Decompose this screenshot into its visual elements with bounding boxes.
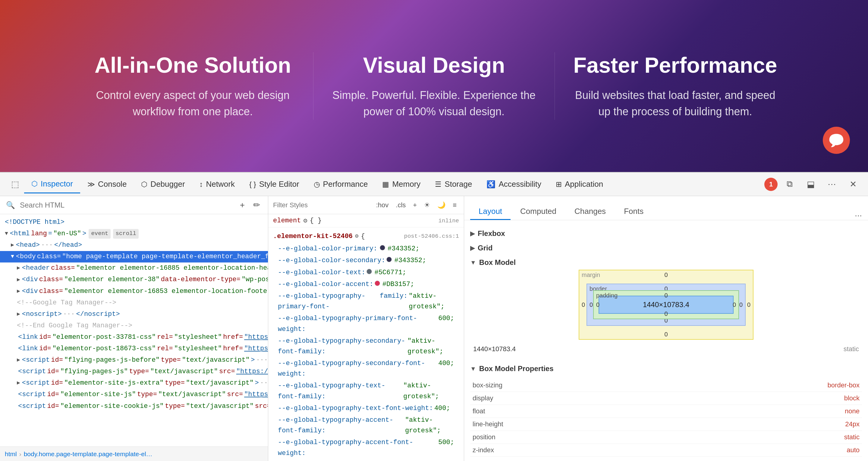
html-div-wppost-line[interactable]: ▶ <div class="elementor elementor-38" da… [0,274,268,285]
add-rule-button[interactable]: + [410,200,419,210]
html-gtm-comment: <!--Google Tag Manager--> [0,297,268,309]
tab-debugger[interactable]: ⬡ Debugger [134,175,192,193]
tab-accessibility[interactable]: ♿ Accessibility [479,175,549,193]
grid-section-header[interactable]: ▶ Grid [470,241,862,255]
performance-icon: ◷ [314,180,320,189]
html-link-css1[interactable]: <link id="elementor-post-33781-css" rel=… [0,332,268,343]
split-console-button[interactable]: ⬓ [802,175,820,193]
html-content[interactable]: <!DOCTYPE html> ▼ <html lang="en-US"> ev… [0,214,268,446]
html-doctype-line: <!DOCTYPE html> [0,217,268,228]
tab-fonts[interactable]: Fonts [615,204,652,220]
storage-icon: ☰ [435,180,441,189]
html-breadcrumb: html › body.home.page-template.page-temp… [0,446,268,461]
pseudo-hov-button[interactable]: :hov [374,200,391,210]
right-panel: Layout Computed Changes Fonts ⋯ ▶ Flexbo… [464,196,868,461]
box-model-prop-row: z-index auto [470,444,862,457]
box-model-props-label: Box Model Properties [479,365,554,373]
html-header-line[interactable]: ▶ <header class="elementor elementor-168… [0,262,268,274]
tab-changes[interactable]: Changes [566,204,614,220]
accessibility-icon: ♿ [487,180,495,189]
close-devtools-button[interactable]: ✕ [844,175,862,193]
css-prop-typo-accent-weight: --e-global-typography-accent-font-weight… [268,437,464,459]
site-col-1: All-in-One Solution Control every aspect… [72,52,313,120]
css-filter-input[interactable] [273,201,370,209]
breadcrumb-body[interactable]: body.home.page-template.page-template-el… [24,451,153,458]
error-badge: 1 [764,178,778,191]
pick-element-button[interactable]: ✏ [251,198,262,212]
css-prop-typo-secondary-weight: --e-global-typography-secondary-font-wei… [268,357,464,380]
bm-position-display: static [844,345,859,353]
box-model-section-header[interactable]: ▼ Box Model [470,255,862,270]
tab-application[interactable]: ⊞ Application [549,175,610,193]
css-prop-typo-primary-weight: --e-global-typography-primary-font-weigh… [268,313,464,335]
html-script-sitejs[interactable]: <script id="elementor-site-js" type="tex… [0,389,268,400]
col3-title: Faster Performance [573,52,778,78]
light-mode-button[interactable]: ☀ [422,200,433,210]
col1-title: All-in-One Solution [90,52,295,78]
tab-network[interactable]: ↕ Network [192,175,242,193]
memory-icon: ▦ [382,180,389,189]
bm-content-size: 1440×10783.4 [643,300,689,309]
breadcrumb-html[interactable]: html [5,451,17,458]
html-script-cookie[interactable]: <script id="elementor-site-cookie-js" ty… [0,401,268,412]
css-rules-content[interactable]: .elementor-kit-52406 ⚙ { post-52406.css:… [268,228,464,461]
tab-performance[interactable]: ◷ Performance [307,175,375,193]
css-prop-typo-secondary-family: --e-global-typography-secondary-font-fam… [268,335,464,357]
pseudo-cls-button[interactable]: .cls [393,200,408,210]
element-picker-button[interactable]: ⬚ [6,175,24,193]
tab-memory[interactable]: ▦ Memory [375,175,428,193]
tab-computed[interactable]: Computed [512,204,565,220]
devtools-main: 🔍 + ✏ <!DOCTYPE html> ▼ <html lang="en-U… [0,196,868,461]
html-body-line[interactable]: ▼ <body class="home page-template page-t… [0,251,268,262]
right-panel-tabs: Layout Computed Changes Fonts ⋯ [464,196,868,220]
bm-padding-box: padding 0 0 0 0 1440×10783.4 [593,290,739,319]
css-panel: :hov .cls + ☀ 🌙 ≡ element ⚙ { } inline .… [268,196,464,461]
box-model-prop-row: display block [470,392,862,405]
css-selector-row: .elementor-kit-52406 ⚙ { post-52406.css:… [268,230,464,243]
html-script-extra[interactable]: ▶ <script id="elementor-site-js-extra" t… [0,377,268,389]
bm-border-box: border 0 0 0 0 padding 0 0 0 0 [587,284,746,326]
html-noscript-line[interactable]: ▶ <noscript> ··· </noscript> [0,309,268,320]
css-prop-color-accent: --e-global-color-accent: #DB3157; [268,279,464,290]
col2-desc: Simple. Powerful. Flexible. Experience t… [332,87,536,120]
chat-bubble-button[interactable] [823,127,850,154]
html-script-before[interactable]: ▶ <script id="flying-pages-js-before" ty… [0,354,268,366]
html-html-line[interactable]: ▼ <html lang="en-US"> event scroll [0,228,268,239]
right-panel-content: ▶ Flexbox ▶ Grid ▼ Box Model margin [464,220,868,461]
col1-desc: Control every aspect of your web design … [90,87,295,120]
box-model-prop-row: line-height 24px [470,418,862,431]
console-icon: ≫ [87,180,95,189]
tab-storage[interactable]: ☰ Storage [428,175,479,193]
css-more-button[interactable]: ≡ [450,200,459,210]
html-script-flying[interactable]: <script id="flying-pages-js" type="text/… [0,366,268,377]
devtools-toolbar: ⬚ ⬡ Inspector ≫ Console ⬡ Debugger ↕ Net… [0,172,868,196]
box-model-props-table: box-sizing border-box display block floa… [470,379,862,457]
box-model-prop-row: float none [470,405,862,418]
col3-desc: Build websites that load faster, and spe… [573,87,778,120]
flexbox-section-header[interactable]: ▶ Flexbox [470,226,862,241]
network-icon: ↕ [199,180,203,189]
tab-layout[interactable]: Layout [470,204,510,220]
css-element-row: element ⚙ { } inline [268,214,464,228]
box-model-visual: margin 0 0 0 0 border 0 0 0 0 paddin [579,270,753,340]
html-link-css2[interactable]: <link id="elementor-post-18673-css" rel=… [0,343,268,354]
html-div-footer-line[interactable]: ▶ <div class="elementor elementor-16853 … [0,286,268,297]
devtools-panel: ⬚ ⬡ Inspector ≫ Console ⬡ Debugger ↕ Net… [0,172,868,461]
right-panel-more-button[interactable]: ⋯ [855,211,862,220]
css-prop-typo-6244376-family: --e-global-typography-6244376-font-famil… [268,459,464,461]
add-node-button[interactable]: + [238,199,247,212]
site-col-3: Faster Performance Build websites that l… [555,52,796,120]
html-search-input[interactable] [20,201,233,209]
tab-console[interactable]: ≫ Console [80,175,134,193]
css-prop-color-secondary: --e-global-color-secondary: #343352; [268,255,464,266]
tab-inspector[interactable]: ⬡ Inspector [24,175,80,193]
responsive-design-button[interactable]: ⧉ [781,175,799,193]
html-gtm-end-comment: <!--End Google Tag Manager--> [0,320,268,332]
box-model-props-header[interactable]: ▼ Box Model Properties [470,362,862,376]
css-prop-typo-text-family: --e-global-typography-text-font-family: … [268,380,464,402]
tab-style-editor[interactable]: { } Style Editor [242,175,307,193]
html-head-line[interactable]: ▶ <head> ··· </head> [0,239,268,251]
application-icon: ⊞ [556,180,562,189]
dark-mode-button[interactable]: 🌙 [435,200,448,210]
more-tools-button[interactable]: ⋯ [823,175,841,193]
